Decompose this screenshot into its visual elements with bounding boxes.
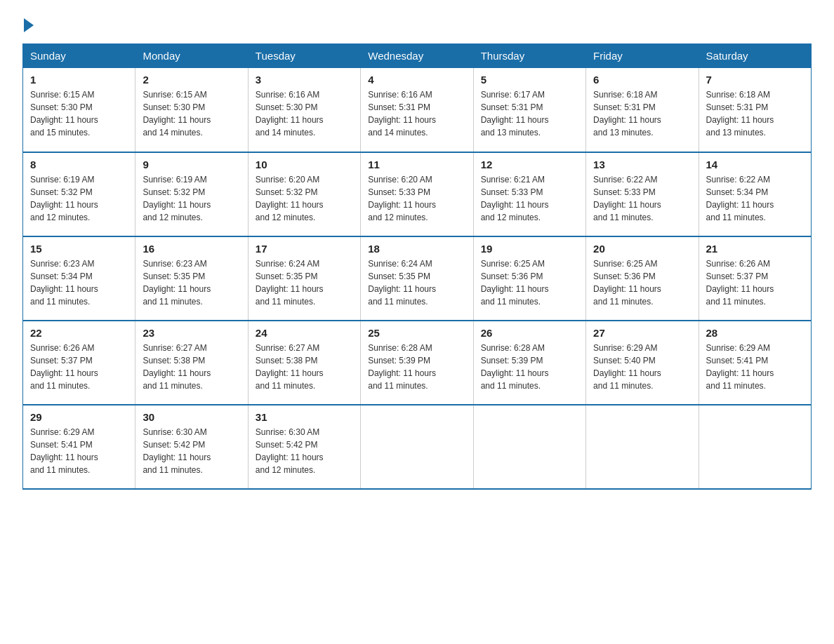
day-info: Sunrise: 6:17 AMSunset: 5:31 PMDaylight:… — [481, 88, 578, 139]
calendar-cell: 13 Sunrise: 6:22 AMSunset: 5:33 PMDaylig… — [586, 152, 699, 236]
day-number: 21 — [706, 243, 804, 255]
calendar-cell: 2 Sunrise: 6:15 AMSunset: 5:30 PMDayligh… — [135, 68, 248, 152]
calendar-cell: 10 Sunrise: 6:20 AMSunset: 5:32 PMDaylig… — [248, 152, 360, 236]
day-info: Sunrise: 6:24 AMSunset: 5:35 PMDaylight:… — [256, 257, 353, 308]
calendar-week-row: 1 Sunrise: 6:15 AMSunset: 5:30 PMDayligh… — [23, 68, 812, 152]
day-number: 10 — [256, 159, 353, 170]
calendar-cell: 21 Sunrise: 6:26 AMSunset: 5:37 PMDaylig… — [699, 236, 811, 321]
day-info: Sunrise: 6:20 AMSunset: 5:32 PMDaylight:… — [256, 173, 353, 224]
day-number: 8 — [30, 159, 128, 170]
calendar-cell: 6 Sunrise: 6:18 AMSunset: 5:31 PMDayligh… — [586, 68, 699, 152]
header-thursday: Thursday — [473, 44, 585, 68]
day-number: 6 — [593, 74, 691, 86]
day-info: Sunrise: 6:21 AMSunset: 5:33 PMDaylight:… — [481, 173, 578, 224]
calendar-cell: 11 Sunrise: 6:20 AMSunset: 5:33 PMDaylig… — [361, 152, 473, 236]
calendar-cell: 30 Sunrise: 6:30 AMSunset: 5:42 PMDaylig… — [135, 405, 248, 489]
calendar-cell: 14 Sunrise: 6:22 AMSunset: 5:34 PMDaylig… — [699, 152, 811, 236]
day-info: Sunrise: 6:26 AMSunset: 5:37 PMDaylight:… — [706, 257, 804, 308]
calendar-header-row: SundayMondayTuesdayWednesdayThursdayFrid… — [23, 44, 812, 68]
day-info: Sunrise: 6:30 AMSunset: 5:42 PMDaylight:… — [143, 426, 240, 476]
day-info: Sunrise: 6:22 AMSunset: 5:34 PMDaylight:… — [706, 173, 804, 224]
day-info: Sunrise: 6:25 AMSunset: 5:36 PMDaylight:… — [593, 257, 691, 308]
day-number: 14 — [706, 159, 804, 170]
day-info: Sunrise: 6:16 AMSunset: 5:31 PMDaylight:… — [368, 88, 465, 139]
day-number: 19 — [481, 243, 578, 255]
calendar-cell: 24 Sunrise: 6:27 AMSunset: 5:38 PMDaylig… — [248, 321, 360, 405]
calendar-cell: 4 Sunrise: 6:16 AMSunset: 5:31 PMDayligh… — [361, 68, 473, 152]
calendar-cell: 22 Sunrise: 6:26 AMSunset: 5:37 PMDaylig… — [23, 321, 135, 405]
calendar-week-row: 8 Sunrise: 6:19 AMSunset: 5:32 PMDayligh… — [23, 152, 812, 236]
day-number: 25 — [368, 327, 465, 339]
calendar-cell: 28 Sunrise: 6:29 AMSunset: 5:41 PMDaylig… — [699, 321, 811, 405]
day-number: 1 — [30, 74, 128, 86]
day-number: 17 — [256, 243, 353, 255]
day-info: Sunrise: 6:29 AMSunset: 5:41 PMDaylight:… — [706, 342, 804, 392]
day-number: 22 — [30, 327, 128, 339]
calendar-cell: 29 Sunrise: 6:29 AMSunset: 5:41 PMDaylig… — [23, 405, 135, 489]
day-number: 3 — [256, 74, 353, 86]
day-info: Sunrise: 6:23 AMSunset: 5:34 PMDaylight:… — [30, 257, 128, 308]
day-number: 9 — [143, 159, 240, 170]
day-info: Sunrise: 6:28 AMSunset: 5:39 PMDaylight:… — [368, 342, 465, 392]
day-number: 11 — [368, 159, 465, 170]
day-info: Sunrise: 6:26 AMSunset: 5:37 PMDaylight:… — [30, 342, 128, 392]
header-friday: Friday — [586, 44, 699, 68]
day-info: Sunrise: 6:28 AMSunset: 5:39 PMDaylight:… — [481, 342, 578, 392]
logo — [22, 17, 34, 29]
calendar-cell: 27 Sunrise: 6:29 AMSunset: 5:40 PMDaylig… — [586, 321, 699, 405]
calendar-cell — [586, 405, 699, 489]
calendar-cell: 8 Sunrise: 6:19 AMSunset: 5:32 PMDayligh… — [23, 152, 135, 236]
calendar-cell: 31 Sunrise: 6:30 AMSunset: 5:42 PMDaylig… — [248, 405, 360, 489]
calendar-cell: 15 Sunrise: 6:23 AMSunset: 5:34 PMDaylig… — [23, 236, 135, 321]
day-number: 15 — [30, 243, 128, 255]
header-sunday: Sunday — [23, 44, 135, 68]
day-number: 28 — [706, 327, 804, 339]
day-info: Sunrise: 6:19 AMSunset: 5:32 PMDaylight:… — [30, 173, 128, 224]
header-saturday: Saturday — [699, 44, 811, 68]
day-number: 4 — [368, 74, 465, 86]
day-number: 29 — [30, 411, 128, 423]
day-info: Sunrise: 6:19 AMSunset: 5:32 PMDaylight:… — [143, 173, 240, 224]
page-header — [22, 17, 812, 29]
calendar-cell: 12 Sunrise: 6:21 AMSunset: 5:33 PMDaylig… — [473, 152, 585, 236]
day-number: 27 — [593, 327, 691, 339]
calendar-cell: 20 Sunrise: 6:25 AMSunset: 5:36 PMDaylig… — [586, 236, 699, 321]
day-info: Sunrise: 6:15 AMSunset: 5:30 PMDaylight:… — [30, 88, 128, 139]
day-number: 18 — [368, 243, 465, 255]
day-info: Sunrise: 6:29 AMSunset: 5:41 PMDaylight:… — [30, 426, 128, 476]
calendar-week-row: 29 Sunrise: 6:29 AMSunset: 5:41 PMDaylig… — [23, 405, 812, 489]
day-info: Sunrise: 6:24 AMSunset: 5:35 PMDaylight:… — [368, 257, 465, 308]
day-number: 24 — [256, 327, 353, 339]
calendar-week-row: 15 Sunrise: 6:23 AMSunset: 5:34 PMDaylig… — [23, 236, 812, 321]
day-number: 2 — [143, 74, 240, 86]
day-number: 23 — [143, 327, 240, 339]
calendar-week-row: 22 Sunrise: 6:26 AMSunset: 5:37 PMDaylig… — [23, 321, 812, 405]
day-info: Sunrise: 6:27 AMSunset: 5:38 PMDaylight:… — [256, 342, 353, 392]
day-info: Sunrise: 6:20 AMSunset: 5:33 PMDaylight:… — [368, 173, 465, 224]
calendar-cell: 3 Sunrise: 6:16 AMSunset: 5:30 PMDayligh… — [248, 68, 360, 152]
calendar-cell: 26 Sunrise: 6:28 AMSunset: 5:39 PMDaylig… — [473, 321, 585, 405]
day-info: Sunrise: 6:18 AMSunset: 5:31 PMDaylight:… — [593, 88, 691, 139]
day-number: 26 — [481, 327, 578, 339]
day-info: Sunrise: 6:22 AMSunset: 5:33 PMDaylight:… — [593, 173, 691, 224]
day-info: Sunrise: 6:27 AMSunset: 5:38 PMDaylight:… — [143, 342, 240, 392]
day-number: 16 — [143, 243, 240, 255]
calendar-table: SundayMondayTuesdayWednesdayThursdayFrid… — [22, 43, 812, 490]
calendar-cell: 23 Sunrise: 6:27 AMSunset: 5:38 PMDaylig… — [135, 321, 248, 405]
day-number: 12 — [481, 159, 578, 170]
calendar-cell: 18 Sunrise: 6:24 AMSunset: 5:35 PMDaylig… — [361, 236, 473, 321]
header-tuesday: Tuesday — [248, 44, 360, 68]
day-number: 20 — [593, 243, 691, 255]
day-info: Sunrise: 6:23 AMSunset: 5:35 PMDaylight:… — [143, 257, 240, 308]
calendar-cell: 19 Sunrise: 6:25 AMSunset: 5:36 PMDaylig… — [473, 236, 585, 321]
calendar-cell: 9 Sunrise: 6:19 AMSunset: 5:32 PMDayligh… — [135, 152, 248, 236]
calendar-cell: 1 Sunrise: 6:15 AMSunset: 5:30 PMDayligh… — [23, 68, 135, 152]
calendar-cell: 7 Sunrise: 6:18 AMSunset: 5:31 PMDayligh… — [699, 68, 811, 152]
day-info: Sunrise: 6:30 AMSunset: 5:42 PMDaylight:… — [256, 426, 353, 476]
day-number: 13 — [593, 159, 691, 170]
calendar-cell — [361, 405, 473, 489]
calendar-cell — [473, 405, 585, 489]
day-info: Sunrise: 6:29 AMSunset: 5:40 PMDaylight:… — [593, 342, 691, 392]
day-info: Sunrise: 6:18 AMSunset: 5:31 PMDaylight:… — [706, 88, 804, 139]
day-info: Sunrise: 6:15 AMSunset: 5:30 PMDaylight:… — [143, 88, 240, 139]
